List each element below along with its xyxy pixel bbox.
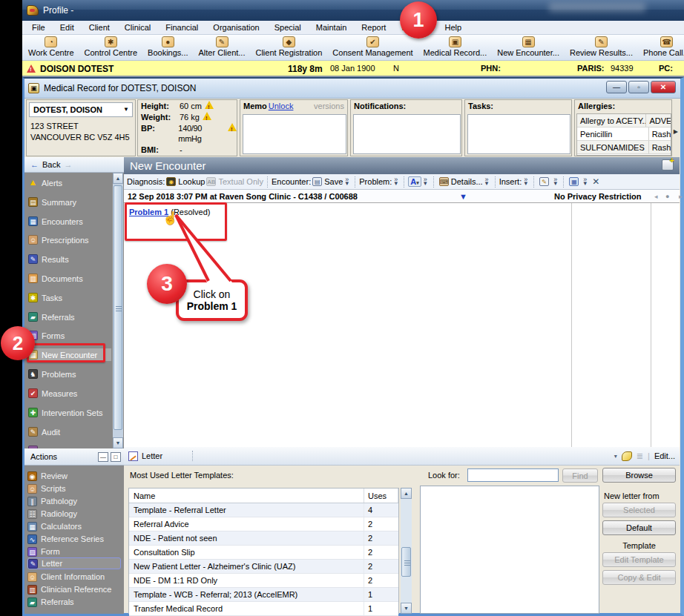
nav-alerts[interactable]: ▲Alerts (28, 176, 111, 189)
toolbar-new-encounter[interactable]: ▦New Encounter... (497, 36, 559, 57)
new-encounter-corner-icon[interactable] (662, 159, 674, 170)
toolbar-control-centre[interactable]: ✱Control Centre (85, 36, 138, 57)
look-for-input[interactable] (467, 468, 559, 482)
back-label[interactable]: Back (42, 160, 60, 169)
allergy-row[interactable]: Allergy to ACETY...ADVE (577, 114, 671, 127)
font-style-button[interactable]: A▾ (408, 176, 421, 187)
nav-encounters[interactable]: ▦Encounters (28, 215, 111, 228)
textual-only-button[interactable]: ABTextual Only (205, 177, 263, 186)
menu-clinical[interactable]: Clinical (118, 22, 157, 33)
action-client-information[interactable]: ☺Client Information (27, 571, 121, 583)
nav-problems[interactable]: ♞Problems (28, 368, 111, 380)
back-arrow-icon[interactable]: ← (30, 160, 39, 169)
allergies-expand-icon[interactable]: ▶ (674, 128, 678, 135)
table-row[interactable]: NDE - DM 1:1 RD Only2 (129, 574, 398, 588)
menu-financial[interactable]: Financial (159, 22, 205, 33)
selected-button[interactable]: Selected (602, 503, 676, 517)
action-calculators[interactable]: ▦Calculators (27, 520, 121, 532)
action-review[interactable]: ◉Review (27, 470, 121, 482)
actions-maximize-icon[interactable]: □ (111, 452, 121, 462)
overflow-chevron-icon[interactable]: »▾ (485, 178, 489, 185)
table-row[interactable]: Consultation Slip2 (129, 546, 398, 560)
default-button[interactable]: Default (602, 520, 676, 535)
toolbar-bookings[interactable]: ●Bookings... (148, 36, 188, 57)
nav-referrals[interactable]: ▰Referrals (28, 311, 111, 323)
nav-audit[interactable]: ✎Audit (28, 425, 111, 438)
privacy-next-icon[interactable]: ▸ (679, 193, 683, 200)
nav-scrollbar[interactable]: ▲ ▼ (113, 173, 123, 448)
toolbar-medical-record[interactable]: ▣Medical Record... (424, 36, 487, 57)
action-form[interactable]: ▨Form (27, 546, 121, 557)
action-pathology[interactable]: ∥Pathology (27, 495, 121, 507)
overflow-chevron-icon[interactable]: »▾ (345, 178, 349, 185)
scroll-down-icon[interactable]: ▼ (401, 603, 412, 614)
maximize-button[interactable]: ▫ (628, 81, 649, 93)
layout-grid-icon[interactable]: ▦ (569, 177, 579, 186)
nav-tasks[interactable]: ✱Tasks (28, 291, 111, 304)
browse-button[interactable]: Browse (602, 468, 676, 483)
find-button[interactable]: Find (562, 468, 598, 483)
allergy-row[interactable]: SULFONAMIDESRash (577, 141, 671, 154)
close-pane-icon[interactable]: ✕ (592, 176, 599, 187)
menu-client[interactable]: Client (82, 22, 116, 33)
menu-organisation[interactable]: Organisation (206, 22, 266, 33)
scroll-up-icon[interactable]: ▲ (401, 488, 412, 499)
allergy-row[interactable]: PenicillinRash (577, 127, 671, 141)
menu-maintain[interactable]: Maintain (309, 22, 354, 33)
minimize-button[interactable]: — (606, 81, 627, 93)
nav-forms[interactable]: ▨Forms (28, 329, 111, 342)
letter-preview-list[interactable] (420, 486, 599, 614)
save-button[interactable]: ▤Save (311, 177, 343, 186)
memo-versions-link[interactable]: versions (314, 102, 344, 110)
toolbar-client-registration[interactable]: ◆Client Registration (255, 36, 322, 57)
nav-measures[interactable]: ✔Measures (28, 387, 111, 400)
table-row[interactable]: Referral Advice2 (129, 517, 398, 531)
privacy-prev-icon[interactable]: ◂ (654, 193, 658, 200)
toolbar-work-centre[interactable]: ◔Work Centre (28, 36, 74, 57)
action-reference-series[interactable]: ∿Reference Series (27, 533, 121, 545)
action-radiology[interactable]: ☷Radiology (27, 508, 121, 520)
overflow-chevron-icon[interactable]: »▾ (553, 178, 557, 185)
nav-summary[interactable]: ▤Summary (28, 196, 111, 208)
overflow-chevron-icon[interactable]: »▾ (424, 178, 427, 185)
nav-prescriptions[interactable]: ☺Prescriptions (28, 234, 111, 246)
details-button[interactable]: ⌨Details... (438, 177, 483, 186)
scroll-down-icon[interactable]: ▼ (113, 437, 123, 448)
forward-arrow-icon[interactable]: → (64, 160, 72, 169)
memo-content[interactable] (243, 114, 346, 154)
overflow-chevron-icon[interactable]: »▾ (394, 178, 398, 185)
overflow-chevron-icon[interactable]: »▾ (583, 178, 587, 185)
copy-edit-button[interactable]: Copy & Edit (602, 570, 676, 585)
list-view-icon[interactable]: ≣ (637, 451, 643, 461)
template-insert-icon[interactable]: ✎ (539, 177, 549, 186)
table-row[interactable]: Template - WCB - Referral; 2013 (AccelEM… (129, 588, 398, 602)
action-referrals[interactable]: ▰Referrals (27, 596, 121, 608)
memo-unlock-link[interactable]: Unlock (269, 102, 294, 110)
toolbar-consent-management[interactable]: ✔Consent Management (332, 36, 412, 57)
quill-icon[interactable] (622, 451, 632, 461)
overflow-chevron-icon[interactable]: »▾ (524, 178, 527, 185)
action-clinician-reference[interactable]: ▥Clinician Reference (27, 583, 121, 595)
menu-edit[interactable]: Edit (53, 22, 81, 33)
letter-edit-link[interactable]: Edit... (654, 451, 675, 460)
table-scrollbar[interactable]: ▲ ▼ (401, 488, 412, 614)
notifications-content[interactable] (353, 114, 461, 154)
close-button[interactable]: ✕ (651, 81, 676, 93)
action-scripts[interactable]: ☺Scripts (27, 483, 121, 494)
table-row[interactable]: Template - Referral Letter4 (129, 503, 398, 517)
menu-help[interactable]: Help (438, 22, 469, 33)
menu-special[interactable]: Special (268, 22, 308, 33)
lookup-button[interactable]: ◉Lookup (165, 177, 205, 186)
toolbar-review-results[interactable]: ✎Review Results... (570, 36, 633, 57)
table-row[interactable]: New Patient Letter - Alzheimer's Clinic … (129, 560, 398, 574)
scroll-up-icon[interactable]: ▲ (113, 173, 123, 184)
nav-results[interactable]: ✎Results (28, 253, 111, 265)
table-header[interactable]: Name Uses (129, 489, 398, 503)
nav-documents[interactable]: ▥Documents (28, 272, 111, 285)
toolbar-phone-call[interactable]: ☎Phone Call... (643, 36, 684, 57)
actions-minimize-icon[interactable]: — (98, 452, 108, 462)
tasks-content[interactable] (467, 114, 570, 154)
menu-file[interactable]: File (25, 22, 52, 33)
edit-template-button[interactable]: Edit Template (602, 552, 676, 567)
toolbar-alter-client[interactable]: ✎Alter Client... (199, 36, 246, 57)
